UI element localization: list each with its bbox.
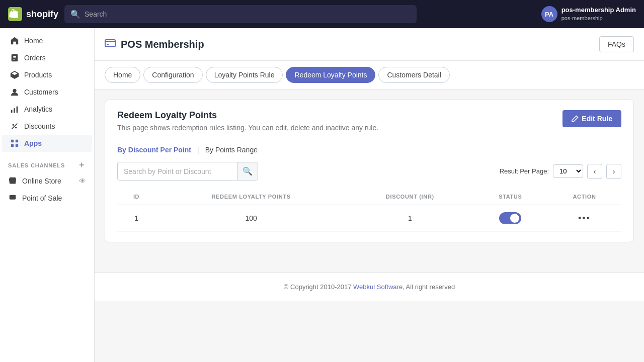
sidebar-item-label: Apps [24,139,42,147]
orders-icon [10,53,19,62]
top-navigation: shopify 🔍 PA pos-membership Admin pos-me… [0,0,644,28]
pos-membership-icon [105,38,116,51]
products-icon [10,70,19,79]
svg-point-9 [13,124,15,126]
tab-customers-detail[interactable]: Customers Detail [378,67,449,83]
action-menu-button[interactable]: ••• [578,213,591,223]
user-menu[interactable]: PA pos-membership Admin pos-membership [541,6,636,22]
toggle-slider [499,212,521,224]
sidebar-item-label: Customers [24,88,58,96]
col-redeem-loyalty-points: REDEEM LOYALTY POINTS [155,189,347,205]
cell-status [473,205,547,232]
footer-suffix: , All right reserved [403,283,455,291]
status-toggle[interactable] [499,212,521,224]
edit-rule-button[interactable]: Edit Rule [562,110,621,127]
sidebar-item-orders[interactable]: Orders [2,49,92,66]
section-card: Redeem Loyalty Points This page shows re… [105,100,634,242]
search-icon: 🔍 [70,10,80,19]
svg-point-5 [13,89,16,93]
sidebar-item-customers[interactable]: Customers [2,83,92,101]
svg-point-10 [15,127,17,129]
shopify-logo-text: shopify [26,9,58,20]
sub-tabs: By Discount Per Point | By Points Range [117,136,621,162]
home-icon [10,36,19,45]
online-store-icon [8,176,17,186]
sidebar-item-analytics[interactable]: Analytics [2,101,92,118]
next-page-button[interactable]: › [606,164,621,179]
table-body: 1 100 1 ••• [117,205,621,232]
prev-page-button[interactable]: ‹ [587,164,602,179]
search-input[interactable] [85,10,411,18]
sidebar-item-label: Orders [24,54,46,62]
user-name: pos-membership Admin [561,6,636,15]
analytics-icon [10,105,19,114]
svg-rect-12 [11,140,14,142]
customers-icon [10,87,19,97]
svg-rect-8 [17,107,18,113]
tab-configuration[interactable]: Configuration [143,67,202,83]
svg-rect-17 [105,40,115,47]
eye-icon[interactable]: 👁 [79,177,86,185]
table-header: ID REDEEM LOYALTY POINTS DISCOUNT (INR) … [117,189,621,205]
cell-discount: 1 [347,205,473,232]
svg-rect-7 [14,108,15,113]
sidebar: Home Orders Products Customers Analytics… [0,28,95,362]
online-store-label: Online Store [22,177,61,185]
shopify-logo[interactable]: shopify [8,7,58,21]
data-table: ID REDEEM LOYALTY POINTS DISCOUNT (INR) … [117,189,621,232]
footer-link[interactable]: Webkul Software [353,283,403,291]
tab-redeem-loyalty-points[interactable]: Redeem Loyalty Points [286,67,375,83]
avatar: PA [541,6,557,22]
main-content: POS Membership FAQs Home Configuration L… [95,28,644,362]
point-of-sale-label: Point of Sale [22,194,62,202]
faqs-button[interactable]: FAQs [599,36,634,52]
table-row: 1 100 1 ••• [117,205,621,232]
sidebar-item-label: Analytics [24,105,52,113]
svg-rect-15 [16,144,18,147]
section-description: This page shows redemption rules listing… [117,124,378,132]
section-header: Redeem Loyalty Points This page shows re… [117,110,621,132]
sales-channels-label: SALES CHANNELS [8,162,65,168]
pagination-controls: Result Per Page: 10 25 50 100 ‹ › [500,164,621,179]
sidebar-item-label: Discounts [24,122,55,130]
search-button[interactable]: 🔍 [237,162,258,180]
sidebar-item-discounts[interactable]: Discounts [2,118,92,135]
svg-rect-16 [10,195,16,200]
edit-rule-label: Edit Rule [582,115,612,123]
shopify-logo-icon [8,7,22,21]
table-search: 🔍 [117,162,258,180]
result-per-page-label: Result Per Page: [500,167,549,175]
sidebar-item-home[interactable]: Home [2,32,92,49]
search-bar: 🔍 [64,5,417,23]
page-title: POS Membership [121,39,204,50]
add-channel-icon[interactable]: ＋ [77,160,86,170]
apps-icon [10,139,19,148]
sales-channels-section: SALES CHANNELS ＋ [0,152,94,172]
sub-tab-by-points-range[interactable]: By Points Range [205,144,258,156]
sidebar-item-point-of-sale[interactable]: Point of Sale [0,190,94,207]
search-input[interactable] [118,163,237,179]
sub-tab-by-discount-per-point[interactable]: By Discount Per Point [117,144,191,156]
cell-id: 1 [117,205,155,232]
cell-redeem-points: 100 [155,205,347,232]
svg-rect-18 [107,44,109,45]
per-page-select[interactable]: 10 25 50 100 [553,164,583,178]
discounts-icon [10,122,19,131]
edit-icon [572,115,579,122]
sidebar-item-online-store[interactable]: Online Store 👁 [0,172,94,190]
svg-rect-13 [16,140,18,142]
content-area: Redeem Loyalty Points This page shows re… [95,89,644,252]
sidebar-item-apps[interactable]: Apps [2,135,92,152]
sidebar-item-products[interactable]: Products [2,66,92,83]
tab-home[interactable]: Home [105,67,140,83]
tab-loyalty-points-rule[interactable]: Loyalty Points Rule [206,67,283,83]
footer-text: © Copyright 2010-2017 [284,283,353,291]
col-status: STATUS [473,189,547,205]
cell-action: ••• [547,205,621,232]
table-controls: 🔍 Result Per Page: 10 25 50 100 ‹ › [117,162,621,180]
svg-rect-6 [11,110,13,113]
col-action: ACTION [547,189,621,205]
page-header: POS Membership FAQs [95,28,644,61]
sub-tab-divider: | [197,146,199,154]
col-id: ID [117,189,155,205]
